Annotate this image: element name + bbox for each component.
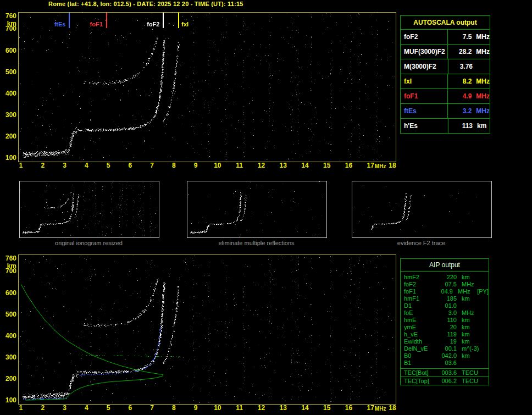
autoscala-value: 113	[448, 122, 473, 130]
y-axis-label: 600	[1, 47, 16, 54]
aip-unit: km	[462, 324, 483, 331]
x-axis-label: 3	[58, 405, 72, 411]
marker-tick-ftEs	[69, 13, 70, 28]
aip-param: ymE	[401, 324, 437, 331]
aip-row: h_vE119km	[401, 331, 489, 338]
aip-row: hmF2220km	[401, 274, 489, 281]
aip-param: foE	[401, 309, 437, 317]
y-axis-label: 100	[1, 397, 16, 403]
marker-tick-foF1	[106, 13, 107, 28]
aip-row: foF207.5MHz	[401, 281, 489, 288]
aip-tec-rows: TEC[Bot]003.6TECUTEC[Top]006.2TECU	[400, 369, 489, 385]
x-axis-label: 6	[123, 405, 137, 411]
aip-tec-row: TEC[Top]006.2TECU	[400, 377, 489, 385]
autoscala-unit: MHz	[476, 48, 490, 56]
aip-param: B1	[401, 359, 437, 367]
y-axis-label: 200	[1, 375, 16, 382]
aip-param: B0	[401, 352, 437, 359]
autoscala-unit: km	[477, 122, 486, 130]
aip-value: 20	[437, 324, 457, 331]
aip-value: 03.6	[437, 359, 457, 367]
ionogram-main-plot: ftEsfoF1foF2fxI	[18, 12, 396, 162]
tec-unit: TECU	[462, 378, 483, 385]
autoscala-table-rows: foF27.5MHzMUF(3000)F228.2MHzM(3000)F23.7…	[401, 30, 490, 133]
y-axis-label: 500	[1, 311, 16, 318]
thumbnail-f2-trace	[352, 181, 492, 238]
aip-unit: km	[462, 295, 483, 302]
thumbnail-original-ionogram	[19, 181, 159, 238]
aip-unit: km	[462, 331, 483, 338]
x-axis-label: 9	[189, 405, 203, 411]
x-axis-label: 5	[101, 162, 115, 169]
autoscala-param: foF1	[401, 89, 448, 103]
thumbnail-caption-no-multiples: eliminate multiple reflections	[187, 240, 326, 246]
y-axis-label: 200	[1, 133, 16, 140]
x-axis-label: 10	[210, 162, 225, 169]
x-axis-label: 1	[14, 162, 28, 169]
aip-tec-row: TEC[Bot]003.6TECU	[400, 369, 489, 377]
x-axis-label: 1	[14, 405, 28, 411]
x-axis-label: 16	[341, 405, 356, 411]
marker-label-foF2: foF2	[147, 21, 159, 27]
aip-value: 110	[437, 317, 457, 324]
aip-param: hmF1	[401, 295, 437, 302]
marker-label-fxI: fxI	[181, 21, 189, 27]
aip-param: foF1	[401, 288, 435, 295]
autoscala-row: M(3000)F23.76	[401, 59, 490, 74]
aip-unit: km	[462, 317, 483, 324]
aip-unit: MHz	[458, 288, 477, 295]
autoscala-param: ftEs	[401, 104, 448, 118]
aip-unit	[462, 302, 483, 309]
aip-value: 04.9	[435, 288, 453, 295]
aip-row: D101.0	[401, 302, 489, 309]
aip-unit: km	[462, 352, 483, 359]
autoscala-param: h'Es	[401, 119, 448, 133]
y-axis-label: 300	[1, 112, 16, 118]
y-axis-label: 500	[1, 69, 16, 75]
marker-label-ftEs: ftEs	[54, 21, 66, 27]
aip-param: hmE	[401, 317, 437, 324]
x-axis-unit: MHz	[373, 163, 387, 170]
x-axis-label: 14	[298, 162, 312, 169]
autoscala-value: 4.9	[448, 92, 472, 100]
aip-param: foF2	[401, 281, 437, 288]
aip-row: B103.6	[401, 359, 489, 367]
aip-value: 19	[437, 338, 457, 345]
x-axis-label: 12	[254, 162, 268, 169]
tec-unit: TECU	[462, 369, 483, 377]
ionogram-profile-canvas	[19, 255, 395, 403]
x-axis-label: 2	[36, 162, 50, 169]
aip-output-table: AIP output hmF2220kmfoF207.5MHzfoF104.9M…	[400, 258, 489, 385]
y-axis-label: 400	[1, 333, 16, 339]
autoscala-value: 8.2	[448, 78, 472, 85]
autoscala-param: foF2	[401, 30, 448, 44]
autoscala-param: fxI	[401, 74, 448, 88]
marker-tick-fxI	[178, 13, 179, 28]
x-axis-label: 12	[254, 405, 268, 411]
autoscala-table-title: AUTOSCALA output	[401, 16, 490, 30]
tec-value: 003.6	[437, 369, 457, 377]
tec-param: TEC[Bot]	[401, 369, 437, 377]
aip-param: hmF2	[401, 274, 437, 281]
x-axis-label: 6	[123, 162, 137, 169]
x-axis-label: 8	[167, 405, 181, 411]
autoscala-app-window: Rome (lat: +41.8, lon: 012.5) - DATE: 20…	[0, 0, 532, 415]
aip-table-title: AIP output	[400, 258, 489, 272]
marker-label-foF1: foF1	[90, 21, 103, 27]
aip-value: 185	[437, 295, 457, 302]
x-axis-label: 8	[167, 162, 181, 169]
y-axis-unit: km	[1, 20, 16, 27]
x-axis-label: 16	[341, 162, 356, 169]
x-axis-label: 13	[276, 405, 290, 411]
y-axis-unit: km	[1, 263, 16, 269]
y-axis-label: 300	[1, 354, 16, 361]
aip-value: 042.0	[437, 352, 457, 359]
autoscala-value: 3.76	[448, 63, 473, 70]
x-axis-unit: MHz	[373, 406, 387, 412]
aip-unit: MHz	[462, 281, 483, 288]
y-axis-label: 760	[1, 255, 16, 262]
x-axis-label: 11	[232, 405, 247, 411]
autoscala-row: MUF(3000)F228.2MHz	[401, 45, 490, 59]
tec-value: 006.2	[437, 378, 457, 385]
thumbnail-no-multiples	[187, 181, 327, 238]
